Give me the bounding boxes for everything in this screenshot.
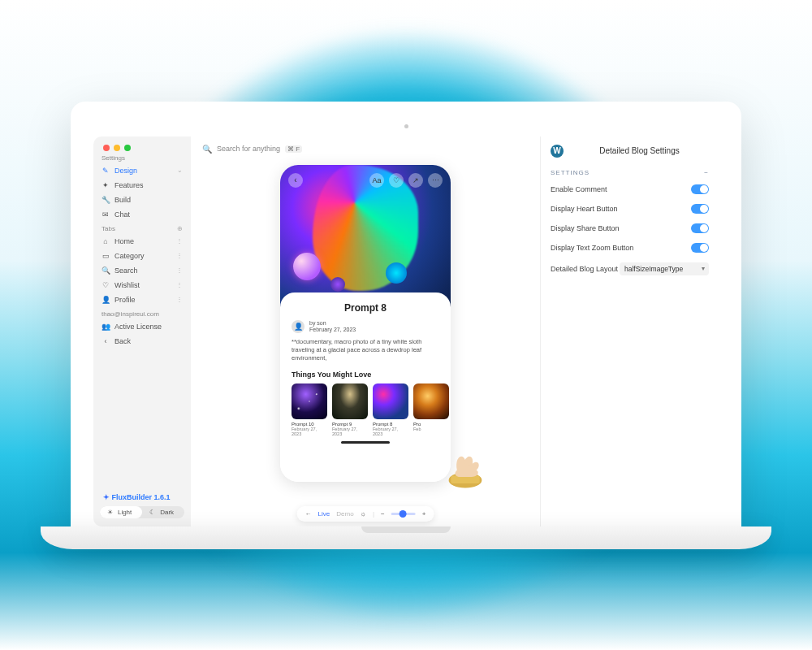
chat-icon: ✉ — [102, 210, 110, 219]
close-icon[interactable] — [103, 145, 110, 151]
drag-handle-icon[interactable]: ⋮ — [176, 281, 183, 288]
sidebar-section-settings: Settings — [93, 151, 191, 163]
settings-group-header[interactable]: SETTINGS− — [551, 166, 709, 180]
related-heading: Things You Might Love — [292, 370, 439, 379]
features-icon: ✦ — [102, 181, 110, 189]
back-arrow-icon[interactable]: ← — [305, 510, 312, 518]
zoom-text-icon[interactable]: Aa — [369, 173, 384, 188]
live-toggle[interactable]: Live — [318, 510, 330, 518]
laptop-base — [41, 526, 771, 549]
sidebar-item-category[interactable]: ▭Category⋮ — [93, 249, 191, 263]
related-item[interactable]: Prompt 8February 27, 2023 — [373, 384, 408, 436]
demo-toggle[interactable]: Demo — [336, 510, 353, 518]
thumbnail-image — [332, 384, 368, 419]
sidebar-section-tabs: Tabs ⊕ — [93, 222, 191, 234]
toggle-switch[interactable] — [691, 204, 709, 214]
drag-handle-icon[interactable]: ⋮ — [176, 296, 183, 303]
home-icon: ⌂ — [102, 237, 110, 245]
design-icon: ✎ — [102, 167, 110, 175]
zoom-out-button[interactable]: − — [381, 510, 385, 518]
sidebar-item-label: Search — [114, 266, 138, 275]
heart-icon: ♡ — [102, 281, 110, 289]
sidebar-item-design[interactable]: ✎Design ⌄ — [93, 163, 191, 178]
phone-preview: ‹ Aa ♡ ↗ ⋯ Prompt 8 👤 — [280, 165, 451, 482]
window-traffic-lights — [93, 136, 191, 151]
toggle-switch[interactable] — [691, 184, 709, 194]
panel-title: Detailed Blog Settings — [570, 146, 709, 155]
sidebar-item-label: Design — [114, 167, 137, 175]
theme-toggle[interactable]: ☀ Light ☾ Dark — [100, 506, 184, 518]
post-meta: by son February 27, 2023 — [309, 320, 356, 334]
wordpress-icon: W — [551, 145, 564, 158]
avatar-icon: 👤 — [292, 320, 304, 333]
sidebar-item-label: Wishlist — [114, 281, 140, 289]
thumbnail-image — [373, 384, 408, 419]
sidebar-item-label: Active License — [114, 323, 162, 331]
category-icon: ▭ — [102, 252, 110, 260]
minimize-icon[interactable] — [114, 145, 120, 151]
search-icon: 🔍 — [102, 266, 110, 275]
theme-light[interactable]: ☀ Light — [100, 506, 142, 518]
theme-dark[interactable]: ☾ Dark — [142, 506, 184, 518]
related-list: Prompt 10February 27, 2023 Prompt 9Febru… — [292, 384, 439, 436]
post-description: **documentary, macro photo of a tiny whi… — [292, 338, 439, 362]
sidebar-item-label: Chat — [114, 210, 130, 219]
sidebar-item-chat[interactable]: ✉Chat — [93, 207, 191, 222]
more-icon[interactable]: ⋯ — [428, 173, 443, 188]
related-item[interactable]: Prompt 9February 27, 2023 — [332, 384, 368, 436]
brand-version: ✦ FluxBuilder 1.6.1 — [100, 493, 184, 506]
sidebar-section-account: thao@inspireui.com — [93, 307, 191, 319]
hero-image: ‹ Aa ♡ ↗ ⋯ — [280, 165, 451, 307]
sidebar-item-label: Profile — [114, 296, 136, 304]
drag-handle-icon[interactable]: ⋮ — [176, 237, 183, 245]
related-item[interactable]: Prompt 10February 27, 2023 — [292, 384, 327, 436]
profile-icon: 👤 — [102, 296, 110, 304]
build-icon: 🔧 — [102, 196, 110, 204]
chevron-down-icon: ⌄ — [177, 167, 183, 174]
add-tab-icon[interactable]: ⊕ — [177, 225, 183, 232]
setting-blog-layout: Detailed Blog Layout halfSizeImageType — [551, 258, 709, 280]
setting-heart-button: Display Heart Button — [551, 199, 709, 219]
drag-handle-icon[interactable]: ⋮ — [176, 266, 183, 274]
post-title: Prompt 8 — [292, 302, 439, 314]
layout-select[interactable]: halfSizeImageType — [620, 262, 709, 275]
toggle-switch[interactable] — [691, 223, 709, 233]
back-icon[interactable]: ‹ — [288, 173, 303, 188]
sidebar-item-label: Build — [114, 196, 131, 204]
sidebar-item-home[interactable]: ⌂Home⋮ — [93, 234, 191, 249]
setting-text-zoom: Display Text Zoom Button — [551, 238, 709, 258]
thumbnail-image — [292, 384, 327, 419]
back-icon: ‹ — [102, 337, 110, 345]
preview-dock: ← Live Demo ☼ | − + — [297, 506, 434, 522]
collapse-icon[interactable]: − — [704, 169, 709, 176]
sidebar-item-label: Category — [114, 252, 145, 260]
settings-panel: W Detailed Blog Settings SETTINGS− Enabl… — [540, 136, 719, 526]
share-icon[interactable]: ↗ — [408, 173, 423, 188]
sidebar-item-label: Features — [114, 181, 144, 189]
zoom-slider[interactable] — [391, 513, 416, 515]
home-indicator — [341, 441, 390, 444]
sidebar-item-features[interactable]: ✦Features — [93, 178, 191, 193]
sidebar-item-license[interactable]: 👥Active License — [93, 319, 191, 334]
zoom-in-button[interactable]: + — [422, 510, 426, 518]
brightness-icon[interactable]: ☼ — [361, 510, 366, 518]
sidebar-item-build[interactable]: 🔧Build — [93, 193, 191, 207]
laptop-mockup: Settings ✎Design ⌄ ✦Features 🔧Build ✉Cha… — [41, 102, 771, 549]
sidebar-item-profile[interactable]: 👤Profile⋮ — [93, 292, 191, 307]
license-icon: 👥 — [102, 323, 110, 331]
sidebar-item-search[interactable]: 🔍Search⋮ — [93, 263, 191, 278]
search-icon: 🔍 — [202, 145, 212, 154]
maximize-icon[interactable] — [124, 145, 131, 151]
toggle-switch[interactable] — [691, 243, 709, 253]
drag-handle-icon[interactable]: ⋮ — [176, 252, 183, 259]
camera-notch — [404, 124, 408, 128]
top-search-bar[interactable]: 🔍 Search for anything ⌘ F — [191, 136, 540, 162]
related-item[interactable]: ProFeb — [413, 384, 449, 436]
sidebar-item-back[interactable]: ‹Back — [93, 334, 191, 349]
heart-icon[interactable]: ♡ — [389, 173, 404, 188]
sidebar-item-label: Home — [114, 237, 134, 245]
canvas-area: 🔍 Search for anything ⌘ F ‹ Aa ♡ — [191, 136, 540, 526]
app-window: Settings ✎Design ⌄ ✦Features 🔧Build ✉Cha… — [93, 136, 719, 526]
sidebar-item-wishlist[interactable]: ♡Wishlist⋮ — [93, 278, 191, 292]
search-shortcut: ⌘ F — [285, 145, 302, 153]
